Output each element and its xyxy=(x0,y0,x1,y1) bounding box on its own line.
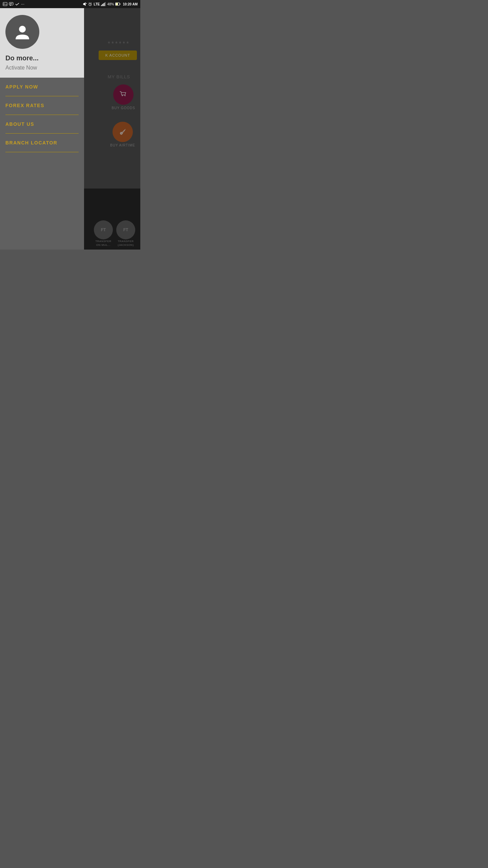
side-drawer: Do more... Activate Now APPLY NOW FOREX … xyxy=(0,8,84,250)
svg-rect-20 xyxy=(120,3,120,5)
image-icon xyxy=(3,2,7,6)
menu-item-about-us[interactable]: ABOUT US xyxy=(5,115,79,134)
svg-point-28 xyxy=(19,26,26,33)
lte-label: LTE xyxy=(94,2,100,6)
mute-icon xyxy=(83,2,87,6)
signal-icon xyxy=(101,2,106,6)
svg-marker-5 xyxy=(83,2,85,6)
svg-line-10 xyxy=(90,4,91,5)
menu-item-apply-now[interactable]: APPLY NOW xyxy=(5,78,79,96)
profile-subtitle: Activate Now xyxy=(5,65,37,71)
battery-percentage: 48% xyxy=(107,2,114,6)
time-display: 10:20 AM xyxy=(123,2,138,6)
status-bar: ··· LTE 48% xyxy=(0,0,140,8)
status-left-icons: ··· xyxy=(3,2,24,6)
svg-rect-0 xyxy=(3,2,7,6)
avatar xyxy=(5,15,39,49)
alarm-icon xyxy=(88,2,92,6)
svg-rect-17 xyxy=(105,2,106,6)
more-icon: ··· xyxy=(21,2,24,6)
menu-item-forex-rates[interactable]: FOREX RATES xyxy=(5,96,79,115)
profile-title: Do more... xyxy=(5,54,39,62)
svg-rect-14 xyxy=(102,4,103,6)
main-container: ****** K ACCOUNT MY BILLS BUY GOODS xyxy=(0,8,140,250)
svg-rect-13 xyxy=(101,5,102,6)
menu-item-branch-locator[interactable]: BRANCH LOCATOR xyxy=(5,134,79,152)
svg-rect-16 xyxy=(104,3,105,6)
chat-icon xyxy=(9,2,14,6)
svg-rect-2 xyxy=(9,2,13,5)
svg-line-12 xyxy=(91,3,92,3)
svg-point-1 xyxy=(4,3,4,4)
svg-line-11 xyxy=(89,3,89,3)
drawer-profile: Do more... Activate Now xyxy=(0,8,84,78)
battery-icon xyxy=(115,2,121,6)
svg-rect-15 xyxy=(103,3,104,6)
check-icon xyxy=(15,2,20,6)
status-right-icons: LTE 48% 10:20 AM xyxy=(83,2,138,6)
person-icon xyxy=(12,22,33,42)
drawer-menu: APPLY NOW FOREX RATES ABOUT US BRANCH LO… xyxy=(0,78,84,250)
